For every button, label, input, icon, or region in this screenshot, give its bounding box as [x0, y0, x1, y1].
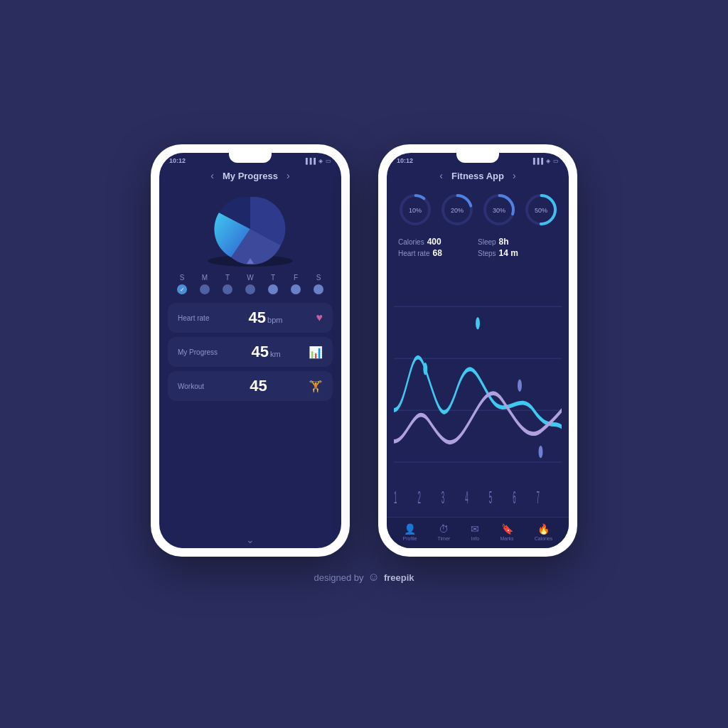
heart-icon: ♥ — [316, 311, 323, 324]
heartrate-value: 68 — [432, 248, 441, 258]
day-w: W — [242, 274, 258, 282]
p1-next-arrow[interactable]: › — [287, 170, 290, 181]
day-s1: S — [174, 274, 190, 282]
steps-stat: Steps 14 m — [478, 248, 557, 258]
marks-icon: 🔖 — [501, 523, 513, 535]
day-f: F — [288, 274, 304, 282]
p2-battery-icon: ▭ — [553, 158, 559, 164]
calories-label: Calories — [398, 238, 424, 246]
dot-wed[interactable] — [245, 284, 255, 294]
svg-text:2: 2 — [417, 488, 420, 508]
day-t2: T — [265, 274, 281, 282]
footer: designed by ☺ freepik — [314, 571, 414, 584]
p2-prev-arrow[interactable]: ‹ — [439, 170, 443, 181]
p2-wifi-icon: ◈ — [546, 158, 550, 164]
nav-calories[interactable]: 🔥 Calories — [535, 523, 553, 541]
day-s2: S — [311, 274, 326, 282]
stats-grid: Calories 400 Sleep 8h Heart rate 68 Step… — [387, 232, 569, 262]
heart-rate-label: Heart rate — [178, 314, 209, 322]
svg-point-20 — [518, 379, 522, 392]
svg-point-21 — [539, 446, 543, 459]
footer-brand: freepik — [384, 572, 414, 583]
p2-header: ‹ Fitness App › — [387, 164, 569, 187]
info-icon: ✉ — [471, 523, 479, 535]
line-chart-area: 1 2 3 4 5 6 7 — [387, 262, 569, 517]
workout-value-group: 45 — [244, 377, 268, 395]
footer-text: designed by — [314, 572, 363, 583]
phone2: 10:12 ▐▐▐ ◈ ▭ ‹ Fitness App › — [378, 144, 577, 557]
battery-icon: ▭ — [326, 158, 331, 164]
ring-svg-50: 50% — [523, 191, 560, 228]
svg-text:7: 7 — [537, 488, 540, 508]
p2-status-icons: ▐▐▐ ◈ ▭ — [531, 158, 559, 164]
week-section: S M T W T F S — [159, 268, 341, 297]
freepik-logo: ☺ — [368, 571, 380, 584]
ring-svg-20: 20% — [439, 191, 476, 228]
heart-rate-value: 45 — [249, 309, 266, 327]
dot-sat[interactable] — [314, 284, 323, 294]
svg-text:10%: 10% — [408, 207, 421, 214]
ring-svg-30: 30% — [481, 191, 518, 228]
p2-next-arrow[interactable]: › — [513, 170, 516, 181]
svg-text:6: 6 — [513, 488, 515, 508]
svg-text:5: 5 — [489, 488, 492, 508]
svg-point-18 — [423, 363, 427, 375]
calories-stat: Calories 400 — [398, 237, 478, 247]
pie-chart-container — [159, 187, 341, 268]
kettlebell-icon: 🏋 — [309, 380, 323, 393]
ring-50: 50% — [523, 191, 560, 228]
calories-value: 400 — [427, 237, 441, 247]
dot-thu[interactable] — [268, 284, 278, 294]
dot-tue[interactable] — [223, 284, 232, 294]
phone1: 10:12 ▐▐▐ ◈ ▭ ‹ My Progress › — [151, 144, 350, 557]
sleep-label: Sleep — [478, 238, 496, 246]
calories-icon: 🔥 — [537, 523, 550, 535]
show-more-button[interactable]: ⌄ — [159, 531, 341, 548]
week-dots — [171, 284, 330, 294]
nav-profile-label: Profile — [403, 536, 417, 541]
p2-time: 10:12 — [397, 157, 413, 164]
heartrate-stat: Heart rate 68 — [398, 248, 478, 258]
workout-label: Workout — [178, 382, 204, 390]
ring-10: 10% — [397, 191, 434, 228]
p1-time: 10:12 — [169, 157, 186, 164]
steps-value: 14 m — [499, 248, 518, 258]
p1-header: ‹ My Progress › — [159, 164, 341, 187]
nav-info-label: Info — [471, 536, 479, 541]
nav-marks[interactable]: 🔖 Marks — [500, 523, 513, 541]
line-chart: 1 2 3 4 5 6 7 — [394, 265, 562, 514]
svg-text:50%: 50% — [534, 207, 547, 214]
progress-value: 45 — [251, 343, 268, 361]
p1-title: My Progress — [223, 171, 278, 181]
my-progress-card[interactable]: My Progress 45 km 📊 — [168, 337, 333, 367]
profile-icon: 👤 — [404, 523, 416, 535]
day-t1: T — [220, 274, 235, 282]
dot-fri[interactable] — [291, 284, 301, 294]
nav-calories-label: Calories — [535, 536, 553, 541]
ring-svg-10: 10% — [397, 191, 434, 228]
p1-status-icons: ▐▐▐ ◈ ▭ — [304, 158, 331, 164]
progress-value-group: 45 km — [245, 343, 280, 361]
p2-signal-icon: ▐▐▐ — [531, 158, 543, 164]
timer-icon: ⏱ — [439, 523, 449, 535]
heart-rate-unit: bpm — [267, 316, 282, 324]
signal-icon: ▐▐▐ — [304, 158, 316, 164]
nav-info[interactable]: ✉ Info — [471, 523, 479, 541]
dot-mon[interactable] — [200, 284, 210, 294]
progress-label: My Progress — [178, 348, 218, 356]
workout-value: 45 — [250, 377, 267, 395]
svg-text:20%: 20% — [450, 207, 463, 214]
p1-prev-arrow[interactable]: ‹ — [210, 170, 214, 181]
bar-chart-icon: 📊 — [309, 346, 323, 359]
bottom-nav: 👤 Profile ⏱ Timer ✉ Info 🔖 Marks 🔥 — [387, 517, 569, 548]
heartrate-label: Heart rate — [398, 250, 429, 257]
nav-marks-label: Marks — [500, 536, 513, 541]
dot-sun[interactable] — [177, 284, 187, 294]
nav-timer[interactable]: ⏱ Timer — [438, 523, 451, 541]
wifi-icon: ◈ — [318, 158, 323, 164]
steps-label: Steps — [478, 250, 496, 257]
ring-20: 20% — [439, 191, 476, 228]
heart-rate-card[interactable]: Heart rate 45 bpm ♥ — [168, 303, 333, 333]
nav-profile[interactable]: 👤 Profile — [403, 523, 417, 541]
workout-card[interactable]: Workout 45 🏋 — [168, 371, 333, 401]
